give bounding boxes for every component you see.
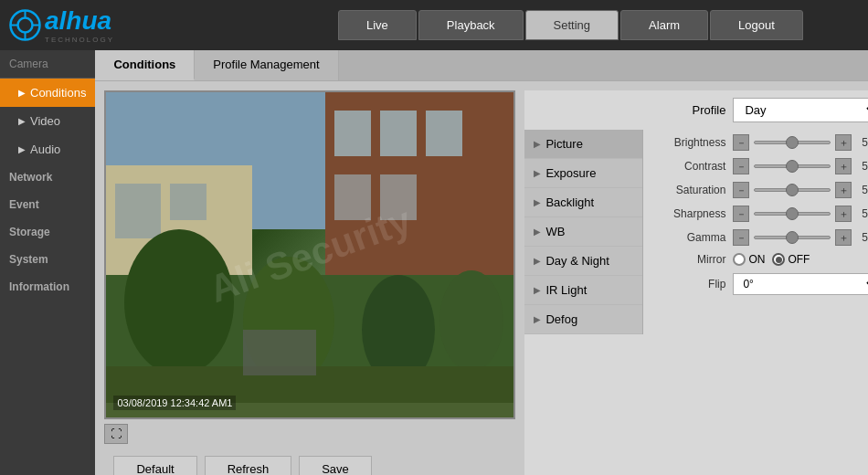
default-button[interactable]: Default <box>113 456 196 475</box>
nav-tab-live[interactable]: Live <box>338 10 417 40</box>
refresh-button[interactable]: Refresh <box>205 456 292 475</box>
svg-rect-15 <box>170 184 206 220</box>
nav-tab-playback[interactable]: Playback <box>418 10 524 40</box>
menu-item-backlight[interactable]: ▶ Backlight <box>524 188 642 217</box>
profile-select[interactable]: Day Night Normal <box>733 98 868 122</box>
sharpness-slider-track[interactable] <box>754 212 831 216</box>
sidebar-item-conditions[interactable]: ▶ Conditions <box>0 79 95 107</box>
brightness-increase-button[interactable]: ＋ <box>835 134 852 151</box>
mirror-radio-group: ON OFF <box>733 253 810 266</box>
svg-rect-22 <box>243 330 316 375</box>
contrast-row: Contrast － ＋ 50 <box>652 158 868 174</box>
logo-icon <box>9 9 41 41</box>
sidebar-label-audio: Audio <box>30 142 60 156</box>
sidebar-item-storage[interactable]: Storage <box>0 218 95 246</box>
ir-light-arrow-icon: ▶ <box>534 285 541 295</box>
brightness-value: 50 <box>856 136 868 149</box>
mirror-on-option[interactable]: ON <box>733 253 765 266</box>
menu-item-defog[interactable]: ▶ Defog <box>524 305 642 334</box>
sharpness-value: 50 <box>856 207 868 220</box>
sidebar-label-information: Information <box>9 280 69 293</box>
video-scene <box>106 92 515 419</box>
fullscreen-button[interactable]: ⛶ <box>104 424 128 444</box>
mirror-off-radio[interactable] <box>772 253 785 266</box>
nav-tabs: Live Playback Setting Alarm Logout <box>338 10 803 40</box>
contrast-increase-button[interactable]: ＋ <box>835 158 852 174</box>
sidebar-item-system[interactable]: System <box>0 246 95 273</box>
logo-brand: alhua <box>45 6 114 36</box>
save-button[interactable]: Save <box>299 456 372 475</box>
profile-label: Profile <box>693 103 726 117</box>
flip-row: Flip 0° 90° 180° 270° <box>652 273 868 295</box>
sharpness-slider-thumb[interactable] <box>786 207 799 220</box>
bottom-buttons: Default Refresh Save <box>104 449 515 475</box>
saturation-decrease-button[interactable]: － <box>733 182 749 198</box>
menu-item-exposure[interactable]: ▶ Exposure <box>524 159 642 188</box>
brightness-decrease-button[interactable]: － <box>733 134 749 151</box>
nav-tab-alarm[interactable]: Alarm <box>620 10 708 40</box>
gamma-decrease-button[interactable]: － <box>733 229 749 246</box>
sidebar-item-video[interactable]: ▶ Video <box>0 107 95 135</box>
sidebar-label-network: Network <box>9 171 52 184</box>
sidebar-label-video: Video <box>30 114 60 128</box>
sidebar-item-audio[interactable]: ▶ Audio <box>0 135 95 164</box>
brightness-slider-thumb[interactable] <box>786 136 799 149</box>
mirror-on-radio[interactable] <box>733 253 746 266</box>
contrast-slider-thumb[interactable] <box>786 160 799 173</box>
tab-profile-management[interactable]: Profile Management <box>195 50 338 80</box>
menu-label-backlight: Backlight <box>545 195 594 209</box>
sharpness-increase-button[interactable]: ＋ <box>835 206 852 222</box>
menu-item-day-night[interactable]: ▶ Day & Night <box>524 247 642 276</box>
gamma-slider-thumb[interactable] <box>786 231 799 244</box>
contrast-decrease-button[interactable]: － <box>733 158 749 174</box>
svg-rect-9 <box>380 111 417 156</box>
sidebar-section-camera: Camera <box>0 50 95 79</box>
menu-item-wb[interactable]: ▶ WB <box>524 217 642 247</box>
menu-item-ir-light[interactable]: ▶ IR Light <box>524 276 642 305</box>
video-arrow: ▶ <box>18 116 26 126</box>
mirror-label: Mirror <box>652 253 725 266</box>
left-menu: ▶ Picture ▶ Exposure ▶ Backlight ▶ <box>524 130 643 334</box>
contrast-label: Contrast <box>652 160 725 173</box>
backlight-arrow-icon: ▶ <box>534 197 541 207</box>
contrast-slider-track[interactable] <box>754 164 831 168</box>
menu-label-ir-light: IR Light <box>545 283 587 297</box>
video-timestamp: 03/08/2019 12:34:42 AM1 <box>113 396 236 410</box>
menu-item-picture[interactable]: ▶ Picture <box>524 130 642 159</box>
sidebar-item-event[interactable]: Event <box>0 191 95 218</box>
settings-panel: Profile Day Night Normal ▶ Picture <box>524 90 868 475</box>
svg-rect-14 <box>115 184 161 238</box>
conditions-arrow: ▶ <box>18 88 26 98</box>
brightness-slider-track[interactable] <box>754 141 831 144</box>
picture-arrow-icon: ▶ <box>534 139 541 149</box>
gamma-increase-button[interactable]: ＋ <box>835 229 852 246</box>
main-layout: Camera ▶ Conditions ▶ Video ▶ Audio Netw… <box>0 50 868 475</box>
svg-point-20 <box>439 270 503 371</box>
gamma-slider-track[interactable] <box>754 236 831 239</box>
sharpness-decrease-button[interactable]: － <box>733 206 749 222</box>
profile-row: Profile Day Night Normal <box>524 90 868 130</box>
saturation-slider-track[interactable] <box>754 188 831 192</box>
nav-tab-setting[interactable]: Setting <box>525 10 619 40</box>
sharpness-label: Sharpness <box>652 207 725 220</box>
flip-select[interactable]: 0° 90° 180° 270° <box>733 273 868 295</box>
tab-conditions[interactable]: Conditions <box>95 50 195 80</box>
sidebar-label-system: System <box>9 253 48 266</box>
svg-rect-12 <box>380 174 417 220</box>
sidebar-item-network[interactable]: Network <box>0 164 95 191</box>
saturation-increase-button[interactable]: ＋ <box>835 182 852 198</box>
brightness-label: Brightness <box>652 136 725 149</box>
wb-arrow-icon: ▶ <box>534 227 541 237</box>
menu-label-day-night: Day & Night <box>545 254 609 268</box>
sidebar-item-information[interactable]: Information <box>0 273 95 301</box>
sidebar-label-event: Event <box>9 198 39 211</box>
exposure-arrow-icon: ▶ <box>534 168 541 178</box>
saturation-slider-thumb[interactable] <box>786 184 799 196</box>
nav-tab-logout[interactable]: Logout <box>710 10 803 40</box>
mirror-row: Mirror ON OFF <box>652 253 868 266</box>
mirror-off-option[interactable]: OFF <box>772 253 810 266</box>
svg-rect-8 <box>334 111 371 156</box>
svg-point-1 <box>18 18 33 33</box>
mirror-off-label: OFF <box>788 253 810 266</box>
gamma-value: 50 <box>856 231 868 244</box>
